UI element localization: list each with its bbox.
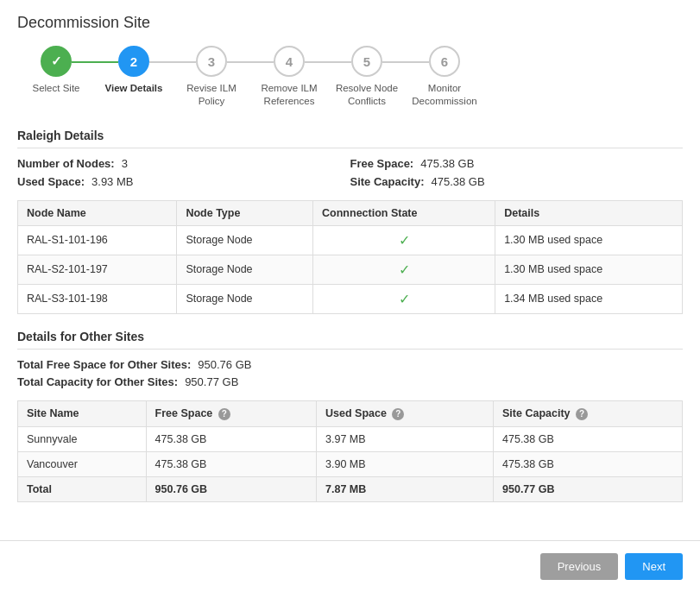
total-capacity-row: Total Capacity for Other Sites: 950.77 G… — [17, 375, 683, 388]
step-1-circle: ✓ — [41, 46, 72, 77]
free-space-info-icon[interactable]: ? — [218, 408, 230, 420]
col-connection-state: Connnection State — [313, 200, 495, 225]
col-site-name: Site Name — [18, 400, 147, 426]
col-used-space: Used Space ? — [317, 400, 494, 426]
node-table: Node Name Node Type Connnection State De… — [17, 200, 683, 314]
used-space-label: Used Space: — [17, 175, 85, 188]
step-4: 4 Remove ILMReferences — [250, 46, 328, 108]
site-capacity-cell: 950.77 GB — [494, 476, 683, 501]
check-icon: ✓ — [399, 233, 410, 248]
connection-state-cell: ✓ — [313, 284, 495, 313]
check-icon: ✓ — [399, 292, 410, 306]
step-2-label: View Details — [105, 82, 163, 95]
site-capacity-info-icon[interactable]: ? — [576, 408, 588, 420]
details-cell: 1.30 MB used space — [495, 225, 683, 255]
site-used-space-cell: 3.97 MB — [317, 426, 494, 451]
site-capacity-cell: 475.38 GB — [494, 451, 683, 476]
nodes-value: 3 — [122, 157, 128, 170]
col-node-name: Node Name — [18, 200, 177, 225]
node-type-cell: Storage Node — [177, 284, 313, 313]
site-capacity-cell: 475.38 GB — [494, 426, 683, 451]
details-cell: 1.30 MB used space — [495, 255, 683, 284]
site-capacity-row: Site Capacity: 475.38 GB — [350, 175, 684, 188]
nodes-label: Number of Nodes: — [17, 157, 115, 170]
site-name-cell: Sunnyvale — [18, 426, 147, 451]
free-space-label: Free Space: — [350, 157, 414, 170]
free-space-value: 475.38 GB — [420, 157, 474, 170]
site-used-space-cell: 3.90 MB — [317, 451, 494, 476]
total-free-space-row: Total Free Space for Other Sites: 950.76… — [17, 358, 683, 371]
col-site-capacity: Site Capacity ? — [494, 400, 683, 426]
next-button[interactable]: Next — [625, 553, 683, 580]
step-1-label: Select Site — [33, 82, 80, 95]
site-name-cell: Total — [18, 476, 147, 501]
step-1: ✓ Select Site — [17, 46, 95, 95]
site-free-space-cell: 950.76 GB — [146, 476, 316, 501]
step-5-circle: 5 — [351, 46, 382, 77]
node-type-cell: Storage Node — [177, 255, 313, 284]
site-used-space-cell: 7.87 MB — [317, 476, 494, 501]
site-free-space-cell: 475.38 GB — [146, 426, 316, 451]
step-3: 3 Revise ILMPolicy — [173, 46, 250, 108]
step-6-circle: 6 — [429, 46, 460, 77]
step-3-circle: 3 — [196, 46, 227, 77]
connection-state-cell: ✓ — [313, 225, 495, 255]
step-4-circle: 4 — [274, 46, 305, 77]
step-6-label: MonitorDecommission — [412, 82, 476, 108]
site-capacity-value: 475.38 GB — [431, 175, 484, 188]
details-cell: 1.34 MB used space — [495, 284, 683, 313]
other-sites-section: Details for Other Sites Total Free Space… — [17, 330, 683, 502]
other-sites-title: Details for Other Sites — [17, 330, 683, 350]
check-icon: ✓ — [399, 262, 410, 277]
step-2: 2 View Details — [95, 46, 173, 95]
node-name-cell: RAL-S1-101-196 — [18, 225, 177, 255]
step-3-label: Revise ILMPolicy — [186, 82, 236, 108]
site-details-section: Raleigh Details Number of Nodes: 3 Free … — [17, 129, 683, 314]
site-free-space-cell: 475.38 GB — [146, 451, 316, 476]
bottom-bar: Previous Next — [0, 540, 700, 592]
step-4-label: Remove ILMReferences — [261, 82, 317, 108]
used-space-row: Used Space: 3.93 MB — [17, 175, 350, 188]
total-capacity-value: 950.77 GB — [185, 375, 238, 388]
details-grid: Number of Nodes: 3 Free Space: 475.38 GB… — [17, 157, 683, 188]
col-details: Details — [495, 200, 683, 225]
previous-button[interactable]: Previous — [540, 553, 619, 580]
node-type-cell: Storage Node — [177, 225, 313, 255]
col-free-space: Free Space ? — [146, 400, 316, 426]
step-5-label: Resolve NodeConflicts — [336, 82, 398, 108]
nodes-row: Number of Nodes: 3 — [17, 157, 350, 170]
total-free-space-label: Total Free Space for Other Sites: — [17, 358, 191, 371]
node-table-row: RAL-S3-101-198 Storage Node ✓ 1.34 MB us… — [18, 284, 683, 313]
used-space-info-icon[interactable]: ? — [392, 408, 404, 420]
node-table-row: RAL-S2-101-197 Storage Node ✓ 1.30 MB us… — [18, 255, 683, 284]
site-name-cell: Vancouver — [18, 451, 147, 476]
step-5: 5 Resolve NodeConflicts — [328, 46, 406, 108]
step-6: 6 MonitorDecommission — [406, 46, 483, 108]
sites-table-row: Sunnyvale 475.38 GB 3.97 MB 475.38 GB — [18, 426, 683, 451]
site-capacity-label: Site Capacity: — [350, 175, 425, 188]
col-node-type: Node Type — [177, 200, 313, 225]
node-name-cell: RAL-S2-101-197 — [18, 255, 177, 284]
sites-table: Site Name Free Space ? Used Space ? Site… — [17, 400, 683, 502]
total-capacity-label: Total Capacity for Other Sites: — [17, 375, 178, 388]
sites-table-row: Total 950.76 GB 7.87 MB 950.77 GB — [18, 476, 683, 501]
node-name-cell: RAL-S3-101-198 — [18, 284, 177, 313]
used-space-value: 3.93 MB — [91, 175, 133, 188]
sites-table-row: Vancouver 475.38 GB 3.90 MB 475.38 GB — [18, 451, 683, 476]
stepper: ✓ Select Site 2 View Details 3 Revise IL… — [17, 46, 683, 108]
page-title: Decommission Site — [17, 14, 683, 32]
node-table-row: RAL-S1-101-196 Storage Node ✓ 1.30 MB us… — [18, 225, 683, 255]
connection-state-cell: ✓ — [313, 255, 495, 284]
total-free-space-value: 950.76 GB — [198, 358, 251, 371]
free-space-row: Free Space: 475.38 GB — [350, 157, 684, 170]
step-2-circle: 2 — [118, 46, 149, 77]
site-details-title: Raleigh Details — [17, 129, 683, 148]
